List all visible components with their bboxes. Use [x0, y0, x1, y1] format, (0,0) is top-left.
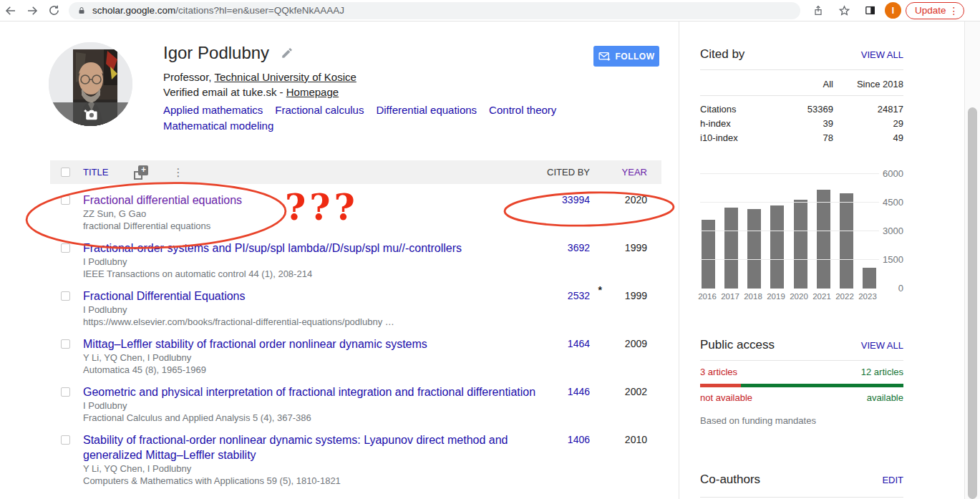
role-prefix: Professor,: [163, 71, 214, 83]
more-options-icon[interactable]: ⋮: [173, 166, 183, 179]
merged-citations-asterisk: *: [598, 284, 602, 296]
coauthors-edit-link[interactable]: EDIT: [882, 475, 903, 485]
article-year: 2002: [590, 384, 661, 397]
cited-by-panel-header: Cited by VIEW ALL: [700, 47, 903, 62]
profile-photo[interactable]: [49, 42, 132, 126]
article-authors: Y Li, YQ Chen, I Podlubny: [83, 462, 540, 475]
stat-value-all: 53369: [770, 104, 833, 115]
available-count[interactable]: 12 articles: [861, 367, 903, 377]
stats-row-h-index: h-index 39 29: [700, 116, 903, 130]
row-checkbox[interactable]: [61, 195, 70, 205]
article-authors: I Podlubny: [83, 399, 540, 412]
interest-tag[interactable]: Fractional calculus: [275, 104, 364, 116]
chart-xtick-label: 2021: [811, 292, 833, 301]
column-header-cited-by[interactable]: CITED BY: [540, 167, 590, 178]
article-venue: Fractional Calculus and Applied Analysis…: [83, 412, 540, 424]
scrollbar-thumb[interactable]: [968, 107, 977, 499]
change-photo-overlay[interactable]: [49, 102, 132, 126]
cited-by-count-link[interactable]: 1406: [568, 434, 590, 445]
row-checkbox[interactable]: [61, 435, 70, 445]
cited-by-count-link[interactable]: 33994: [562, 194, 590, 205]
row-checkbox[interactable]: [61, 387, 70, 397]
chart-xtick-label: 2016: [697, 292, 718, 301]
affiliation-link[interactable]: Technical University of Kosice: [214, 71, 356, 83]
chart-bar-2020[interactable]: [794, 200, 807, 289]
browser-profile-avatar[interactable]: I: [885, 2, 901, 19]
address-bar[interactable]: scholar.google.com/citations?hl=en&user=…: [69, 2, 800, 19]
bookmark-star-icon[interactable]: [833, 1, 855, 20]
article-title-link[interactable]: Geometric and physical interpretation of…: [83, 384, 540, 399]
article-title-link[interactable]: Fractional differential equations: [83, 193, 540, 208]
article-authors: ZZ Sun, G Gao: [83, 208, 540, 220]
cited-by-view-all-link[interactable]: VIEW ALL: [861, 49, 903, 60]
select-all-checkbox[interactable]: [61, 168, 70, 177]
cited-by-count-link[interactable]: 3692: [568, 242, 590, 253]
public-access-view-all-link[interactable]: VIEW ALL: [861, 340, 903, 351]
row-checkbox[interactable]: [61, 339, 70, 349]
profile-verified-email: Verified email at tuke.sk - Homepage: [163, 86, 339, 98]
chart-bar-2021[interactable]: [817, 190, 830, 289]
interest-tag[interactable]: Differential equations: [376, 104, 477, 116]
not-available-segment: [700, 384, 741, 387]
row-checkbox[interactable]: [61, 291, 70, 301]
article-row: Fractional-order systems and PI/sup/spl …: [50, 232, 661, 280]
cited-by-count-link[interactable]: 1446: [568, 386, 590, 397]
edit-name-icon[interactable]: [281, 47, 293, 59]
stats-col-all: All: [770, 79, 833, 89]
page-scrollbar[interactable]: [964, 21, 980, 499]
chart-xtick-label: 2019: [765, 292, 787, 301]
article-row: Fractional Differential Equations I Podl…: [50, 280, 661, 328]
article-title-link[interactable]: Fractional Differential Equations: [83, 289, 540, 304]
article-year: 2020: [590, 193, 661, 205]
follow-button[interactable]: FOLLOW: [593, 46, 659, 67]
interest-tag[interactable]: Control theory: [489, 104, 556, 116]
browser-menu-icon[interactable]: ⋮: [949, 6, 959, 16]
cited-by-count-link[interactable]: 1464: [568, 338, 590, 349]
url-host: scholar.google.com: [92, 5, 175, 16]
content-sidebar-divider: [679, 21, 679, 499]
article-authors: Y Li, YQ Chen, I Podlubny: [83, 352, 540, 364]
stat-value-all: 39: [770, 118, 833, 129]
side-panel-icon[interactable]: [859, 1, 880, 20]
select-all-cell: [50, 168, 83, 177]
interest-tag[interactable]: Mathematical modeling: [163, 120, 273, 132]
add-articles-icon[interactable]: +: [134, 165, 148, 180]
divider: [700, 95, 903, 96]
article-year: 1999: [590, 241, 661, 253]
stat-value-since: 29: [833, 118, 903, 129]
article-title-link[interactable]: Stability of fractional-order nonlinear …: [83, 432, 540, 462]
chart-bar-2019[interactable]: [770, 205, 784, 289]
article-title-link[interactable]: Fractional-order systems and PI/sup/spl …: [83, 241, 540, 256]
chart-bar-2017[interactable]: [724, 208, 738, 289]
article-authors: I Podlubny: [83, 304, 540, 316]
available-label: available: [867, 392, 903, 403]
column-header-title[interactable]: TITLE: [83, 167, 108, 178]
article-venue: IEEE Transactions on automatic control 4…: [83, 268, 540, 280]
stat-value-since: 24817: [833, 104, 903, 115]
url-path: /citations?hl=en&user=QQkfeNkAAAAJ: [175, 5, 344, 16]
not-available-count[interactable]: 3 articles: [700, 367, 737, 377]
article-venue: fractional Differential equations: [83, 220, 540, 232]
chrome-update-button[interactable]: Update ⋮: [906, 2, 964, 19]
forward-icon[interactable]: [21, 1, 43, 20]
article-venue: Automatica 45 (8), 1965-1969: [83, 364, 540, 376]
page-title: Igor Podlubny: [163, 43, 269, 63]
cited-by-count-link[interactable]: 2532: [568, 290, 590, 301]
column-header-year[interactable]: YEAR: [590, 167, 661, 178]
scholar-profile-page: scholar.google.com/citations?hl=en&user=…: [0, 0, 980, 499]
row-checkbox[interactable]: [61, 243, 70, 253]
reload-icon[interactable]: [43, 1, 64, 20]
interest-tag[interactable]: Applied mathematics: [163, 104, 263, 116]
back-icon[interactable]: [0, 1, 21, 20]
article-title-link[interactable]: Mittag–Leffler stability of fractional o…: [83, 336, 540, 352]
chart-gridline: [700, 231, 879, 231]
update-label: Update: [915, 5, 946, 16]
article-row: Fractional differential equations ZZ Sun…: [50, 184, 661, 232]
homepage-link[interactable]: Homepage: [286, 86, 339, 98]
chart-xtick-label: 2018: [742, 292, 764, 301]
divider: [700, 497, 903, 498]
chart-bar-2018[interactable]: [747, 209, 761, 289]
envelope-plus-icon: [598, 52, 611, 62]
share-icon[interactable]: [807, 1, 829, 20]
chart-bar-2022[interactable]: [840, 193, 853, 289]
